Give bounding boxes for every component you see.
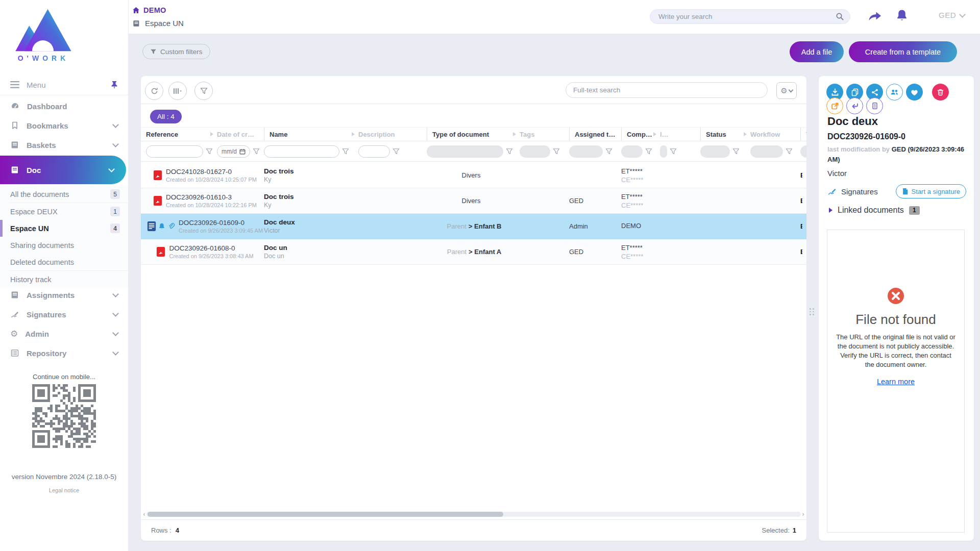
breadcrumb-root[interactable]: DEMO <box>132 6 166 14</box>
menu-header[interactable]: Menu <box>0 74 128 95</box>
filter-reference-input[interactable] <box>146 145 203 158</box>
favorite-button[interactable] <box>906 84 923 101</box>
custom-filters-label: Custom filters <box>160 48 203 56</box>
sidebar-item-label: Admin <box>25 330 49 338</box>
linked-documents-toggle[interactable]: Linked documents 1 <box>829 206 920 215</box>
column-header-status[interactable]: Status <box>700 128 750 141</box>
funnel-icon[interactable] <box>253 148 260 155</box>
table-row-selected[interactable]: DOC230926-01609-0Created on 9/26/2023 3:… <box>141 214 806 239</box>
expand-column-icon[interactable] <box>352 132 355 136</box>
sidebar-item-deleted-documents[interactable]: Deleted documents <box>0 254 128 270</box>
column-header-i[interactable]: I… <box>660 128 700 141</box>
funnel-icon[interactable] <box>732 148 740 155</box>
action-bar: Custom filters Add a file Create from a … <box>128 34 980 77</box>
search-icon[interactable] <box>836 12 844 21</box>
pdf-file-icon <box>153 195 162 206</box>
panel-resize-handle[interactable] <box>810 303 814 320</box>
app-logo[interactable]: O'WORK <box>10 6 77 62</box>
table-settings-button[interactable]: ⚙ <box>776 82 797 99</box>
user-menu[interactable]: GED <box>939 11 965 19</box>
pin-sidebar-icon[interactable] <box>111 81 118 89</box>
table-row[interactable]: DOC230926-01608-0Created on 9/26/2023 3:… <box>141 239 806 265</box>
hamburger-icon[interactable] <box>10 81 19 88</box>
pdf-file-icon <box>153 170 162 181</box>
funnel-icon[interactable] <box>645 148 652 155</box>
signatures-section: Signatures Start a signature <box>827 184 966 198</box>
linked-documents-count-badge: 1 <box>909 206 920 215</box>
funnel-icon[interactable] <box>670 148 677 155</box>
sidebar-item-assignments[interactable]: Assignments <box>0 285 128 305</box>
funnel-icon[interactable] <box>786 148 793 155</box>
description-cell <box>358 188 427 213</box>
column-header-tags[interactable]: Tags <box>520 128 569 141</box>
column-header-date[interactable]: Date of cr… <box>217 128 264 141</box>
description-cell <box>358 214 427 239</box>
share-forward-icon[interactable] <box>868 10 882 22</box>
filter-button[interactable] <box>194 82 213 100</box>
table-row[interactable]: DOC230926-01610-3Created on 10/28/2024 1… <box>141 188 806 214</box>
assign-users-button[interactable] <box>886 84 903 101</box>
expand-column-icon[interactable] <box>513 132 516 136</box>
sidebar-item-signatures[interactable]: Signatures <box>0 305 128 324</box>
scroll-right-icon[interactable]: › <box>802 511 804 517</box>
expand-column-icon[interactable] <box>744 132 747 136</box>
sidebar-item-bookmarks[interactable]: Bookmarks <box>0 116 128 135</box>
table-row[interactable]: DOC241028-01627-0Created on 10/28/2024 1… <box>141 163 806 188</box>
filter-description-input[interactable] <box>358 145 390 158</box>
sidebar-item-doc[interactable]: Doc <box>0 156 126 184</box>
create-from-template-button[interactable]: Create from a template <box>849 41 957 62</box>
column-header-workflow[interactable]: Workflow <box>750 128 800 141</box>
scrollbar-track[interactable] <box>146 512 801 517</box>
filter-date-input[interactable]: mm/d <box>217 145 250 158</box>
column-header-description[interactable]: Description <box>358 128 427 141</box>
custom-filters-button[interactable]: Custom filters <box>142 44 210 59</box>
return-button[interactable] <box>846 97 863 114</box>
sidebar-item-admin[interactable]: ⚙ Admin <box>0 324 128 343</box>
funnel-icon[interactable] <box>553 148 560 155</box>
funnel-icon[interactable] <box>342 148 349 155</box>
column-header-assigned[interactable]: Assigned t… <box>569 128 621 141</box>
notifications-bell-icon[interactable] <box>895 9 909 23</box>
submenu-label: All the documents <box>10 190 69 198</box>
filter-name-input[interactable] <box>264 145 339 158</box>
funnel-icon[interactable] <box>206 148 213 155</box>
sidebar-item-sharing-documents[interactable]: Sharing documents <box>0 237 128 254</box>
alert-bell-icon <box>158 222 165 231</box>
sidebar-item-repository[interactable]: Repository <box>0 343 128 363</box>
scroll-left-icon[interactable]: ‹ <box>143 511 145 517</box>
funnel-icon[interactable] <box>506 148 513 155</box>
column-header-reference[interactable]: Reference <box>146 128 217 141</box>
expand-column-icon[interactable] <box>653 132 656 136</box>
scrollbar-thumb[interactable] <box>148 512 503 517</box>
columns-button[interactable] <box>168 82 187 100</box>
column-header-name[interactable]: Name <box>264 128 358 141</box>
legal-notice-link[interactable]: Legal notice <box>0 487 128 493</box>
column-header-y[interactable]: Y <box>800 128 806 141</box>
fulltext-search-input[interactable] <box>566 82 768 98</box>
global-search-input[interactable] <box>650 9 850 24</box>
sidebar-divider <box>0 95 128 95</box>
sidebar-item-all-documents[interactable]: All the documents 5 <box>0 186 128 203</box>
column-header-type[interactable]: Type of document <box>427 128 520 141</box>
open-external-button[interactable] <box>826 97 843 114</box>
expand-column-icon[interactable] <box>210 132 213 136</box>
refresh-button[interactable] <box>145 82 163 100</box>
sidebar-item-espace-un[interactable]: Espace UN 4 <box>0 220 128 237</box>
sidebar-item-baskets[interactable]: Baskets <box>0 135 128 155</box>
filter-company-input <box>621 145 643 158</box>
funnel-icon[interactable] <box>393 148 400 155</box>
calendar-icon <box>239 148 246 155</box>
tab-all[interactable]: All : 4 <box>150 110 182 123</box>
sidebar-item-espace-deux[interactable]: Espace DEUX 1 <box>0 203 128 220</box>
bookmark-icon <box>10 121 19 130</box>
funnel-icon[interactable] <box>605 148 612 155</box>
start-signature-button[interactable]: Start a signature <box>896 184 966 198</box>
list-icon <box>10 348 19 358</box>
add-file-button[interactable]: Add a file <box>790 41 844 62</box>
delete-button[interactable] <box>932 84 949 101</box>
learn-more-link[interactable]: Learn more <box>877 378 915 386</box>
document-reference: DOC230926-01609-0 <box>827 132 905 141</box>
tags-cell <box>520 163 569 188</box>
sidebar-item-dashboard[interactable]: Dashboard <box>0 96 128 116</box>
document-properties-button[interactable] <box>866 97 883 114</box>
